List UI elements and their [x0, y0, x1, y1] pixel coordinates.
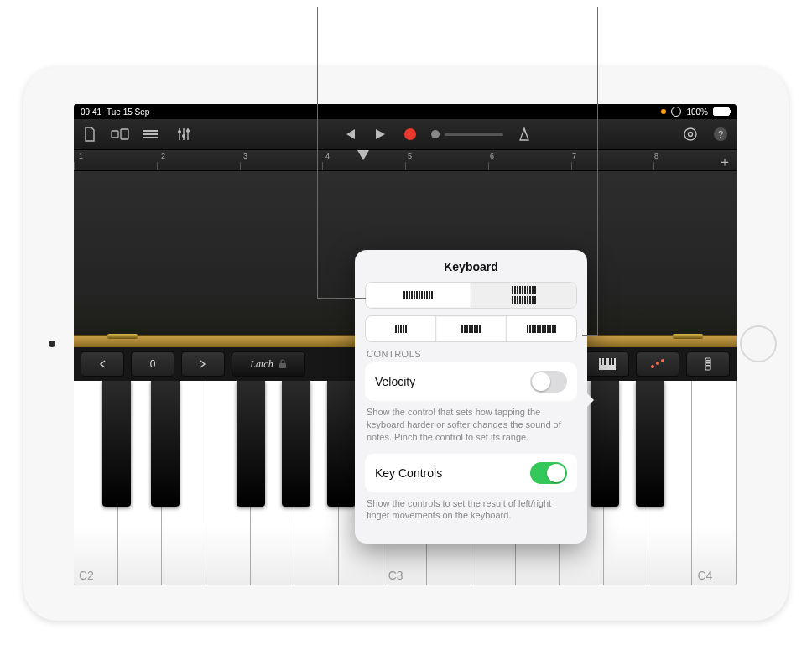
master-volume-slider[interactable]	[431, 130, 503, 138]
svg-point-8	[684, 128, 696, 140]
play-button[interactable]	[371, 125, 389, 143]
key-controls-description: Show the controls to set the result of l…	[367, 497, 575, 523]
rewind-button[interactable]	[341, 125, 359, 143]
add-section-button[interactable]: ＋	[718, 153, 731, 171]
tracks-view-button[interactable]	[141, 125, 159, 143]
keyboard-layout-button[interactable]	[586, 351, 629, 377]
settings-button[interactable]	[681, 125, 700, 143]
arpeggiator-icon	[704, 357, 712, 371]
key-label: C2	[79, 569, 94, 582]
ruler-mark: 7	[572, 152, 576, 160]
help-button[interactable]: ?	[711, 125, 730, 143]
popover-title: Keyboard	[355, 260, 587, 273]
popover-caret	[586, 393, 594, 408]
svg-rect-22	[706, 360, 710, 362]
callout-line	[597, 7, 598, 336]
my-songs-button[interactable]	[81, 125, 99, 143]
browser-button[interactable]	[111, 125, 129, 143]
size-small-option[interactable]	[366, 316, 436, 341]
size-large-option[interactable]	[507, 316, 576, 341]
ipad-camera	[49, 341, 55, 347]
scale-icon	[650, 359, 665, 369]
keyboard-size-segment	[365, 315, 577, 342]
record-button[interactable]	[401, 125, 419, 143]
white-key[interactable]	[251, 381, 295, 585]
latch-label: Latch	[250, 358, 273, 371]
keyboard-single-icon	[403, 291, 433, 299]
status-date: Tue 15 Sep	[107, 107, 149, 117]
ipad-home-button[interactable]	[740, 325, 777, 362]
svg-point-20	[661, 359, 664, 362]
svg-point-5	[178, 130, 181, 133]
status-bar: 09:41 Tue 15 Sep 100%	[74, 104, 737, 119]
svg-point-6	[182, 134, 185, 138]
ruler-mark: 5	[408, 152, 412, 160]
white-key[interactable]	[294, 381, 339, 585]
ruler-mark: 6	[490, 152, 494, 160]
keyboard-medium-icon	[461, 325, 481, 333]
octave-display: 0	[131, 351, 174, 377]
svg-rect-1	[121, 129, 128, 139]
piano-hinge	[673, 334, 703, 339]
velocity-label: Velocity	[375, 375, 415, 388]
piano-hinge	[107, 334, 138, 339]
key-label: C3	[388, 569, 403, 582]
metronome-button[interactable]	[515, 125, 534, 143]
key-controls-toggle[interactable]	[530, 462, 567, 484]
velocity-toggle[interactable]	[530, 371, 567, 393]
timeline-ruler[interactable]: 1 2 3 4 5 6 7 8 ＋	[74, 150, 737, 171]
white-key[interactable]	[604, 381, 648, 585]
svg-rect-3	[143, 133, 158, 135]
layout-single-option[interactable]	[366, 283, 471, 308]
ruler-mark: 2	[161, 152, 165, 160]
octave-down-button[interactable]	[81, 351, 124, 377]
recording-indicator-icon	[661, 109, 666, 114]
svg-rect-16	[609, 358, 611, 365]
playhead[interactable]	[357, 150, 369, 160]
status-time: 09:41	[81, 107, 102, 117]
keyboard-layout-segment	[365, 282, 577, 309]
svg-rect-17	[612, 358, 614, 365]
sync-icon	[671, 107, 681, 117]
svg-rect-15	[604, 358, 606, 365]
svg-point-18	[651, 365, 654, 368]
ruler-mark: 8	[654, 152, 658, 160]
white-key[interactable]	[206, 381, 251, 585]
key-controls-label: Key Controls	[375, 466, 442, 480]
latch-button[interactable]: Latch	[232, 351, 305, 377]
scale-button[interactable]	[636, 351, 679, 377]
white-key[interactable]	[648, 381, 693, 585]
status-battery: 100%	[686, 107, 708, 117]
toolbar: ?	[74, 119, 737, 150]
svg-rect-24	[706, 365, 710, 367]
white-key[interactable]: C2	[74, 381, 118, 585]
svg-point-9	[689, 133, 693, 137]
callout-line	[582, 335, 597, 336]
octave-up-button[interactable]	[181, 351, 225, 377]
arpeggiator-button[interactable]	[686, 351, 730, 377]
svg-rect-2	[143, 130, 158, 132]
velocity-description: Show the control that sets how tapping t…	[367, 406, 575, 444]
battery-icon	[713, 107, 730, 116]
lock-icon	[278, 359, 287, 369]
white-key[interactable]	[162, 381, 206, 585]
keyboard-large-icon	[527, 325, 556, 333]
ruler-mark: 3	[243, 152, 247, 160]
svg-rect-14	[601, 358, 602, 365]
record-icon	[404, 128, 416, 140]
svg-rect-23	[706, 362, 710, 364]
ruler-mark: 4	[325, 152, 330, 160]
white-key[interactable]: C4	[692, 381, 737, 585]
velocity-row: Velocity	[365, 362, 577, 401]
svg-point-7	[186, 129, 190, 133]
ruler-mark: 1	[79, 152, 83, 160]
white-key[interactable]	[118, 381, 163, 585]
size-medium-option[interactable]	[436, 316, 507, 341]
layout-double-option[interactable]	[471, 283, 576, 308]
svg-rect-12	[279, 363, 286, 368]
key-label: C4	[697, 569, 712, 582]
mixer-button[interactable]	[174, 125, 193, 143]
keyboard-icon	[599, 358, 616, 370]
keyboard-popover: Keyboard CONTROLS	[355, 250, 587, 544]
svg-point-19	[656, 362, 659, 365]
